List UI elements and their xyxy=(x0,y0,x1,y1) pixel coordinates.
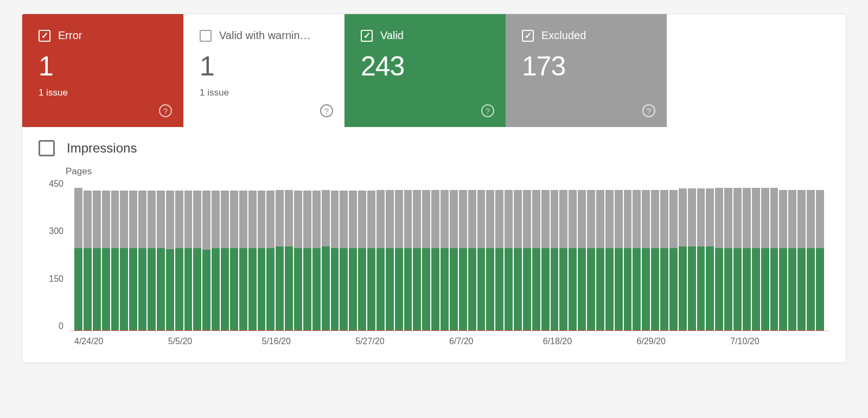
bar-segment-valid xyxy=(74,248,82,330)
bar-segment-excluded xyxy=(688,188,696,246)
tab-error[interactable]: Error 1 1 issue ? xyxy=(22,14,183,127)
tab-label: Excluded xyxy=(541,29,586,42)
bar-segment-error xyxy=(376,330,385,331)
bar-segment-excluded xyxy=(395,190,403,248)
bar-segment-excluded xyxy=(221,191,229,248)
bar xyxy=(404,190,412,331)
bar-segment-excluded xyxy=(733,188,742,248)
bar-segment-excluded xyxy=(615,190,623,249)
bar-segment-excluded xyxy=(642,190,650,249)
bar-segment-error xyxy=(202,330,210,331)
bar-segment-valid xyxy=(505,248,513,330)
bar-segment-excluded xyxy=(477,190,486,249)
status-tabs: Error 1 1 issue ? Valid with warnin… 1 1… xyxy=(22,14,846,127)
bar-segment-error xyxy=(532,330,540,331)
bar-segment-excluded xyxy=(312,191,321,248)
coverage-card: Error 1 1 issue ? Valid with warnin… 1 1… xyxy=(22,14,846,363)
bar xyxy=(230,191,238,331)
bar xyxy=(596,190,604,331)
bar-segment-valid xyxy=(743,248,751,330)
bar-segment-valid xyxy=(679,246,687,330)
bar-segment-valid xyxy=(468,248,476,330)
bar xyxy=(459,190,467,331)
bar-segment-error xyxy=(770,330,778,331)
impressions-checkbox[interactable] xyxy=(39,140,55,156)
bar-segment-error xyxy=(303,330,311,331)
help-icon[interactable]: ? xyxy=(159,104,172,117)
bar-segment-valid xyxy=(788,248,796,330)
bar-segment-excluded xyxy=(166,191,174,249)
bar-segment-excluded xyxy=(422,190,430,249)
impressions-label: Impressions xyxy=(67,141,137,156)
bar-segment-error xyxy=(679,330,687,331)
bar-segment-valid xyxy=(166,249,174,330)
bar-segment-valid xyxy=(340,248,348,330)
bar xyxy=(660,190,668,331)
bar xyxy=(312,191,321,331)
tab-valid-with-warnings[interactable]: Valid with warnin… 1 1 issue ? xyxy=(183,14,344,127)
bar-segment-excluded xyxy=(441,190,449,249)
bar xyxy=(84,191,92,331)
bar-segment-excluded xyxy=(413,190,421,248)
x-tick: 6/7/20 xyxy=(449,337,543,346)
bar xyxy=(441,190,449,331)
bar-segment-error xyxy=(651,330,659,331)
bar-segment-excluded xyxy=(386,190,394,248)
bar-segment-error xyxy=(441,330,449,331)
bar xyxy=(212,191,220,331)
bar-segment-valid xyxy=(239,248,247,330)
tab-issue: 1 issue xyxy=(200,87,328,98)
bar xyxy=(367,191,375,331)
bar-segment-valid xyxy=(688,246,696,330)
bar-segment-valid xyxy=(495,248,503,330)
help-icon[interactable]: ? xyxy=(320,104,333,117)
tab-count: 173 xyxy=(522,50,650,82)
bar-segment-excluded xyxy=(74,188,82,248)
bar xyxy=(120,191,128,331)
bar-segment-error xyxy=(660,330,668,331)
bar xyxy=(807,190,815,331)
bar-segment-error xyxy=(450,330,458,331)
bar-segment-excluded xyxy=(322,190,330,247)
bar-segment-excluded xyxy=(258,191,266,248)
help-icon[interactable]: ? xyxy=(481,104,494,117)
bar-segment-error xyxy=(148,330,156,331)
bar-segment-valid xyxy=(422,248,430,330)
x-tick: 7/10/20 xyxy=(730,337,824,346)
bar-segment-excluded xyxy=(111,191,119,248)
bar-segment-valid xyxy=(559,248,567,330)
bar xyxy=(477,190,486,331)
bar xyxy=(642,190,650,331)
bar-segment-excluded xyxy=(495,190,503,249)
tab-excluded[interactable]: Excluded 173 ? xyxy=(506,14,667,127)
bar-segment-error xyxy=(514,330,522,331)
help-icon[interactable]: ? xyxy=(642,104,655,117)
y-axis-title: Pages xyxy=(66,166,829,177)
bar-segment-error xyxy=(395,330,403,331)
bar-segment-error xyxy=(541,330,550,331)
tab-valid[interactable]: Valid 243 ? xyxy=(344,14,506,127)
bar-segment-valid xyxy=(294,248,302,330)
bar xyxy=(733,188,742,331)
bar-segment-excluded xyxy=(541,190,550,249)
bar xyxy=(816,190,824,331)
bar-segment-valid xyxy=(697,246,705,330)
tab-count: 243 xyxy=(361,50,489,82)
bar-segment-excluded xyxy=(138,191,146,248)
bar-segment-excluded xyxy=(559,190,567,249)
bar-segment-valid xyxy=(93,248,101,330)
bar-segment-error xyxy=(477,330,486,331)
bar-segment-valid xyxy=(386,248,394,331)
bar-segment-error xyxy=(248,330,257,331)
bar-segment-excluded xyxy=(505,190,513,249)
bar xyxy=(624,190,632,331)
bar-segment-valid xyxy=(212,248,220,330)
bar-segment-error xyxy=(331,330,339,331)
tab-label: Valid xyxy=(380,29,404,42)
y-axis: 4503001500 xyxy=(39,179,69,331)
bar-segment-excluded xyxy=(404,190,412,248)
bar-segment-excluded xyxy=(157,191,165,248)
bar-segment-valid xyxy=(724,248,732,330)
bar-segment-valid xyxy=(230,248,238,330)
bar-segment-valid xyxy=(413,248,421,331)
